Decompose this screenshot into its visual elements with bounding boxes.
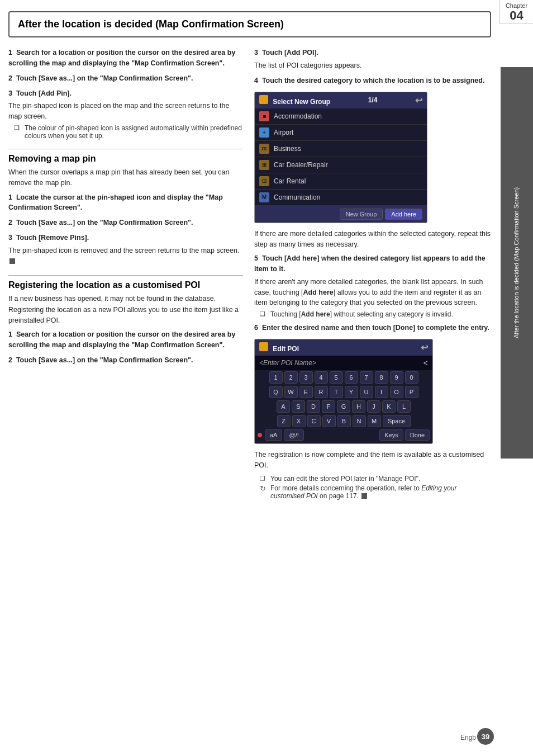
key-e[interactable]: E — [299, 386, 313, 398]
step-6: 6 Enter the desired name and then touch … — [254, 323, 491, 333]
poi-back-button[interactable]: ↩ — [415, 95, 422, 106]
rm-step-1: 1 Locate the cursor at the pin-shaped ic… — [8, 192, 243, 214]
reg-step-1: 1 Search for a location or position the … — [8, 329, 243, 351]
key-l[interactable]: L — [397, 400, 411, 413]
key-done[interactable]: Done — [405, 429, 430, 441]
business-label: Business — [274, 145, 301, 153]
key-f[interactable]: F — [322, 400, 335, 413]
keyboard-input-row: <Enter POI Name> < — [255, 356, 432, 370]
key-s[interactable]: S — [292, 400, 305, 413]
key-keys[interactable]: Keys — [379, 429, 403, 441]
new-group-button[interactable]: New Group — [340, 209, 383, 220]
key-5[interactable]: 5 — [330, 371, 343, 384]
accommodation-icon: ■ — [259, 111, 269, 121]
communication-icon: M — [259, 192, 269, 202]
key-a[interactable]: A — [277, 400, 290, 413]
key-t[interactable]: T — [330, 386, 343, 398]
key-4[interactable]: 4 — [315, 371, 328, 384]
key-c[interactable]: C — [307, 415, 321, 427]
kb-header-icon — [259, 342, 268, 351]
rm-step-3: 3 Touch [Remove Pins]. The pin-shaped ic… — [8, 233, 243, 266]
poi-row-car-dealer[interactable]: ⊞ Car Dealer/Repair — [255, 157, 427, 173]
completion-text: The registration is now complete and the… — [254, 450, 491, 471]
key-z[interactable]: Z — [277, 415, 291, 427]
step-2-title: 2 Touch [Save as...] on the "Map Confirm… — [8, 73, 243, 84]
kb-back-button[interactable]: ↩ — [421, 342, 428, 353]
step-1-title: 1 Search for a location or position the … — [8, 48, 243, 69]
key-q[interactable]: Q — [269, 386, 283, 398]
key-6[interactable]: 6 — [345, 371, 358, 384]
chapter-tab: Chapter 04 — [499, 0, 533, 24]
registering-intro: If a new business has opened, it may not… — [8, 294, 243, 326]
key-space[interactable]: Space — [383, 415, 411, 427]
key-3[interactable]: 3 — [299, 371, 313, 384]
key-j[interactable]: J — [367, 400, 380, 413]
step-3-poi: 3 Touch [Add POI]. The list of POI categ… — [254, 48, 491, 71]
key-1[interactable]: 1 — [269, 371, 283, 384]
key-k[interactable]: K — [382, 400, 396, 413]
keyboard-row-numbers: 1 2 3 4 5 6 7 8 9 0 — [255, 370, 432, 385]
business-icon: m — [259, 144, 269, 154]
key-b[interactable]: B — [337, 415, 351, 427]
car-dealer-label: Car Dealer/Repair — [274, 161, 328, 169]
key-g[interactable]: G — [337, 400, 350, 413]
key-i[interactable]: I — [375, 386, 388, 398]
poi-header-icon — [259, 95, 268, 104]
step-5-note: ❑ Touching [Add here] without selecting … — [260, 310, 491, 318]
key-v[interactable]: V — [322, 415, 336, 427]
right-column: 3 Touch [Add POI]. The list of POI categ… — [254, 48, 491, 501]
key-2[interactable]: 2 — [284, 371, 298, 384]
note-square-icon: ❑ — [14, 124, 22, 131]
kb-backspace-button[interactable]: < — [423, 358, 428, 367]
poi-row-accommodation[interactable]: ■ Accommodation — [255, 108, 427, 125]
key-x[interactable]: X — [292, 415, 306, 427]
reg-step-2: 2 Touch [Save as...] on the "Map Confirm… — [8, 355, 243, 366]
note-manage-icon: ❑ — [260, 475, 268, 482]
key-w[interactable]: W — [284, 386, 298, 398]
keyboard-header: Edit POI ↩ — [255, 339, 432, 356]
sidebar-vertical-text: After the location is decided (Map Confi… — [501, 67, 533, 459]
title-box: After the location is decided (Map Confi… — [8, 11, 491, 37]
kb-input-placeholder: <Enter POI Name> — [259, 359, 316, 367]
step-2: 2 Touch [Save as...] on the "Map Confirm… — [8, 73, 243, 84]
poi-row-car-rental[interactable]: ⊡ Car Rental — [255, 173, 427, 190]
key-8[interactable]: 8 — [375, 371, 388, 384]
key-y[interactable]: Y — [345, 386, 358, 398]
stop-icon-2 — [361, 493, 367, 499]
key-0[interactable]: 0 — [405, 371, 418, 384]
note-manage-poi: ❑ You can edit the stored POI later in "… — [260, 475, 491, 483]
key-m[interactable]: M — [368, 415, 381, 427]
chapter-number: 04 — [500, 9, 533, 22]
left-column: 1 Search for a location or position the … — [8, 48, 243, 501]
step-5: 5 Touch [Add here] when the desired cate… — [254, 253, 491, 318]
accommodation-label: Accommodation — [274, 112, 322, 120]
poi-header-page: 1/4 — [368, 96, 378, 104]
step-3-pin-note: ❑ The colour of pin-shaped icon is assig… — [14, 124, 243, 140]
poi-row-airport[interactable]: + Airport — [255, 125, 427, 141]
key-r[interactable]: R — [315, 386, 328, 398]
registering-heading: Registering the location as a customised… — [8, 275, 243, 290]
step-3-poi-body: The list of POI categories appears. — [254, 60, 491, 71]
two-col-layout: 1 Search for a location or position the … — [8, 48, 491, 501]
key-7[interactable]: 7 — [360, 371, 373, 384]
key-aa[interactable]: aA — [265, 429, 282, 441]
key-u[interactable]: U — [360, 386, 373, 398]
key-o[interactable]: O — [390, 386, 403, 398]
key-p[interactable]: P — [405, 386, 418, 398]
car-rental-label: Car Rental — [274, 177, 306, 185]
key-symbols[interactable]: @/! — [284, 429, 303, 441]
key-h[interactable]: H — [352, 400, 365, 413]
keyboard-bottom-row: aA @/! Keys Done — [255, 428, 432, 443]
step-4: 4 Touch the desired category to which th… — [254, 75, 491, 86]
add-here-button[interactable]: Add here — [385, 209, 422, 220]
main-content: After the location is decided (Map Confi… — [0, 0, 499, 756]
stop-icon — [9, 258, 15, 264]
key-9[interactable]: 9 — [390, 371, 403, 384]
step-3-pin: 3 Touch [Add Pin]. The pin-shaped icon i… — [8, 88, 243, 140]
key-n[interactable]: N — [353, 415, 366, 427]
car-rental-icon: ⊡ — [259, 176, 269, 186]
poi-row-business[interactable]: m Business — [255, 141, 427, 157]
poi-row-communication[interactable]: M Communication — [255, 190, 427, 206]
kb-dot-indicator — [258, 433, 262, 437]
key-d[interactable]: D — [307, 400, 320, 413]
